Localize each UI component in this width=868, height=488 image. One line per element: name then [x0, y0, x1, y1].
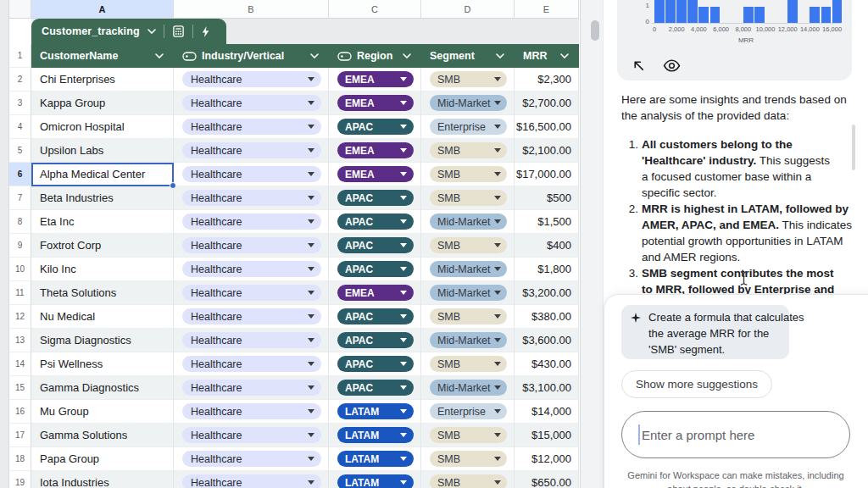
- cell-customer-name[interactable]: Beta Industries: [31, 186, 174, 210]
- segment-chip[interactable]: SMB: [430, 237, 507, 253]
- segment-chip[interactable]: SMB: [430, 451, 507, 467]
- industry-chip[interactable]: Healthcare: [182, 71, 321, 87]
- eye-icon[interactable]: [661, 57, 682, 74]
- cell-segment[interactable]: Mid-Market: [421, 376, 515, 400]
- chevron-down-icon[interactable]: [560, 53, 569, 58]
- industry-chip[interactable]: Healthcare: [182, 190, 321, 206]
- cell-segment[interactable]: Mid-Market: [421, 329, 515, 352]
- cell-segment[interactable]: SMB: [421, 68, 515, 92]
- industry-chip[interactable]: Healthcare: [182, 403, 321, 419]
- cell-mrr[interactable]: $400: [515, 234, 579, 258]
- cell-region[interactable]: EMEA: [329, 281, 421, 305]
- sidebar-scrollbar-thumb[interactable]: [852, 125, 855, 170]
- segment-chip[interactable]: Mid-Market: [430, 332, 507, 348]
- segment-chip[interactable]: SMB: [430, 474, 507, 488]
- industry-chip[interactable]: Healthcare: [182, 166, 321, 182]
- column-letter-D[interactable]: D: [421, 0, 515, 19]
- cell-region[interactable]: APAC: [329, 258, 421, 281]
- cell-mrr[interactable]: $3,200.00: [515, 281, 579, 305]
- industry-chip[interactable]: Healthcare: [182, 380, 321, 396]
- cell-region[interactable]: EMEA: [329, 139, 421, 163]
- region-chip[interactable]: EMEA: [337, 285, 414, 301]
- row-number[interactable]: 9: [9, 234, 31, 258]
- cell-mrr[interactable]: $2,300: [515, 68, 579, 92]
- cell-region[interactable]: APAC: [329, 329, 421, 352]
- row-number[interactable]: 17: [9, 424, 31, 447]
- cell-region[interactable]: EMEA: [329, 68, 421, 92]
- cell-segment[interactable]: SMB: [421, 424, 515, 447]
- cell-industry[interactable]: Healthcare: [174, 139, 329, 163]
- cell-region[interactable]: LATAM: [329, 424, 421, 447]
- cell-mrr[interactable]: $650.00: [515, 471, 579, 488]
- row-number[interactable]: 5: [9, 139, 31, 163]
- region-chip[interactable]: EMEA: [337, 95, 414, 111]
- cell-segment[interactable]: SMB: [421, 352, 515, 376]
- industry-chip[interactable]: Healthcare: [182, 451, 321, 467]
- cell-customer-name[interactable]: Theta Solutions: [31, 281, 174, 305]
- region-chip[interactable]: APAC: [337, 237, 414, 253]
- industry-chip[interactable]: Healthcare: [182, 332, 321, 348]
- cell-customer-name[interactable]: Iota Industries: [31, 471, 174, 488]
- region-chip[interactable]: APAC: [337, 308, 414, 324]
- industry-chip[interactable]: Healthcare: [182, 237, 321, 253]
- cell-industry[interactable]: Healthcare: [174, 305, 329, 329]
- cell-customer-name[interactable]: Foxtrot Corp: [31, 234, 174, 258]
- industry-chip[interactable]: Healthcare: [182, 285, 321, 301]
- prompt-input[interactable]: Enter a prompt here: [621, 411, 850, 458]
- cell-industry[interactable]: Healthcare: [174, 400, 329, 424]
- region-chip[interactable]: EMEA: [337, 71, 414, 87]
- segment-chip[interactable]: Mid-Market: [430, 95, 507, 111]
- cell-mrr[interactable]: $3,100.00: [515, 376, 579, 400]
- cell-mrr[interactable]: $3,600.00: [515, 329, 579, 352]
- cell-industry[interactable]: Healthcare: [174, 281, 329, 305]
- column-letter-B[interactable]: B: [174, 0, 329, 19]
- cell-mrr[interactable]: $15,000: [515, 424, 579, 447]
- cell-region[interactable]: APAC: [329, 186, 421, 210]
- cell-segment[interactable]: Mid-Market: [421, 92, 515, 115]
- cell-mrr[interactable]: $2,100.00: [515, 139, 579, 163]
- row-number[interactable]: 19: [9, 471, 31, 488]
- cell-industry[interactable]: Healthcare: [174, 352, 329, 376]
- cell-segment[interactable]: SMB: [421, 186, 515, 210]
- segment-chip[interactable]: Mid-Market: [430, 261, 507, 277]
- cell-mrr[interactable]: $500: [515, 186, 579, 210]
- cell-industry[interactable]: Healthcare: [174, 68, 329, 92]
- cell-industry[interactable]: Healthcare: [174, 447, 329, 471]
- row-number[interactable]: 3: [9, 92, 31, 115]
- cell-customer-name[interactable]: Mu Group: [31, 400, 174, 424]
- segment-chip[interactable]: Mid-Market: [430, 285, 507, 301]
- cell-customer-name[interactable]: Psi Wellness: [31, 352, 174, 376]
- cell-industry[interactable]: Healthcare: [174, 163, 329, 186]
- industry-chip[interactable]: Healthcare: [182, 142, 321, 158]
- header-cell-segment[interactable]: Segment: [421, 44, 515, 68]
- header-cell-customername[interactable]: CustomerName: [31, 44, 174, 68]
- cell-industry[interactable]: Healthcare: [174, 210, 329, 234]
- row-number[interactable]: 2: [9, 68, 31, 92]
- show-more-suggestions-button[interactable]: Show more suggestions: [621, 370, 772, 398]
- cell-customer-name[interactable]: Gamma Solutions: [31, 424, 174, 447]
- chevron-down-icon[interactable]: [310, 53, 319, 58]
- segment-chip[interactable]: SMB: [430, 71, 507, 87]
- cell-mrr[interactable]: $12,000: [515, 447, 579, 471]
- cell-mrr[interactable]: $2,700.00: [515, 92, 579, 115]
- region-chip[interactable]: LATAM: [337, 427, 414, 443]
- row-number[interactable]: 11: [9, 281, 31, 305]
- cell-industry[interactable]: Healthcare: [174, 471, 329, 488]
- sheet-corner-box[interactable]: [9, 0, 31, 19]
- cell-customer-name[interactable]: Nu Medical: [31, 305, 174, 329]
- header-cell-region[interactable]: Region: [329, 44, 421, 68]
- segment-chip[interactable]: SMB: [430, 190, 507, 206]
- region-chip[interactable]: APAC: [337, 261, 414, 277]
- industry-chip[interactable]: Healthcare: [182, 356, 321, 372]
- region-chip[interactable]: LATAM: [337, 451, 414, 467]
- region-chip[interactable]: LATAM: [337, 403, 414, 419]
- cell-customer-name[interactable]: Omicron Hospital: [31, 115, 174, 139]
- cell-segment[interactable]: Mid-Market: [421, 281, 515, 305]
- chevron-down-icon[interactable]: [147, 29, 156, 34]
- cell-mrr[interactable]: $17,000.00: [515, 163, 579, 186]
- industry-chip[interactable]: Healthcare: [182, 261, 321, 277]
- cell-region[interactable]: LATAM: [329, 400, 421, 424]
- cell-region[interactable]: APAC: [329, 305, 421, 329]
- cell-segment[interactable]: SMB: [421, 139, 515, 163]
- cell-segment[interactable]: SMB: [421, 447, 515, 471]
